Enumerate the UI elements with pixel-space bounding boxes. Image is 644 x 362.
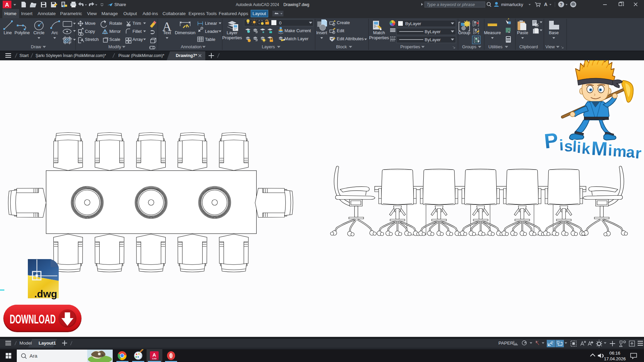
- svg-text:Arc: Arc: [51, 30, 58, 35]
- svg-text:Şarkı Söyleyen İnsan (PislikMi: Şarkı Söyleyen İnsan (PislikMimar.com)*: [36, 53, 106, 58]
- svg-text:A: A: [5, 2, 9, 8]
- svg-text:Trim: Trim: [132, 21, 141, 26]
- svg-text:Share: Share: [114, 2, 126, 7]
- svg-text:M: M: [591, 137, 608, 160]
- svg-text:P: P: [543, 128, 559, 153]
- svg-text:Mirror: Mirror: [109, 29, 121, 34]
- svg-text:Output: Output: [123, 11, 137, 16]
- svg-text:mimarlucky: mimarlucky: [501, 2, 523, 7]
- svg-text:Polyline: Polyline: [14, 30, 30, 35]
- svg-text:Collaborate: Collaborate: [162, 11, 185, 16]
- svg-text:Featured Apps: Featured Apps: [219, 11, 248, 16]
- svg-text:Pisuar (PislikMimar.com)*: Pisuar (PislikMimar.com)*: [118, 53, 164, 58]
- svg-text:ByLayer: ByLayer: [405, 21, 421, 26]
- svg-text:Properties: Properties: [369, 35, 389, 40]
- svg-text:Linear: Linear: [205, 21, 217, 26]
- svg-text:Drawing7*: Drawing7*: [176, 53, 198, 58]
- svg-text:Edit: Edit: [337, 28, 344, 33]
- svg-text:s: s: [564, 137, 573, 155]
- svg-text:Express Tools: Express Tools: [189, 11, 217, 16]
- svg-text:Text: Text: [163, 30, 171, 35]
- svg-text:Create: Create: [337, 20, 350, 25]
- svg-text:Manage: Manage: [102, 11, 118, 16]
- svg-text:Dimension: Dimension: [175, 30, 195, 35]
- svg-text:Match Layer: Match Layer: [284, 36, 309, 41]
- svg-text:Stretch: Stretch: [85, 37, 99, 42]
- svg-text:A: A: [153, 352, 156, 358]
- svg-text:i: i: [577, 139, 582, 156]
- svg-text:DOWNLOAD: DOWNLOAD: [10, 312, 56, 326]
- svg-text:Leader: Leader: [205, 29, 219, 34]
- svg-text:Drawing7.dwg: Drawing7.dwg: [283, 2, 309, 7]
- svg-text:i: i: [608, 141, 613, 159]
- svg-text:Model: Model: [19, 341, 32, 346]
- svg-text:Measure: Measure: [484, 30, 501, 35]
- svg-text:Scale: Scale: [109, 37, 120, 42]
- svg-text:r: r: [635, 144, 642, 162]
- svg-text:Parametric: Parametric: [60, 11, 82, 16]
- svg-text:06:16: 06:16: [609, 351, 621, 356]
- svg-text:m: m: [612, 142, 627, 160]
- svg-text:ByLayer: ByLayer: [425, 37, 441, 42]
- svg-text:View: View: [87, 11, 97, 16]
- svg-text:Rotate: Rotate: [109, 21, 122, 26]
- svg-text:Move: Move: [85, 21, 96, 26]
- svg-text:Annotate: Annotate: [38, 11, 56, 16]
- svg-text:Block: Block: [336, 44, 347, 49]
- svg-text:Modify: Modify: [108, 44, 121, 49]
- svg-text:Type a keyword or phrase: Type a keyword or phrase: [427, 2, 475, 7]
- svg-text:View: View: [545, 44, 555, 49]
- svg-text:Insert: Insert: [21, 11, 33, 16]
- svg-text:A: A: [544, 2, 547, 7]
- svg-text:Clipboard: Clipboard: [519, 44, 538, 49]
- svg-text:Table: Table: [205, 37, 215, 42]
- svg-text:Ara: Ara: [30, 353, 38, 359]
- svg-text:Utilities: Utilities: [488, 44, 502, 49]
- svg-text:Autodesk AutoCAD 2024: Autodesk AutoCAD 2024: [236, 2, 279, 7]
- svg-text:Insert: Insert: [316, 30, 327, 35]
- svg-text:Edit Attributes: Edit Attributes: [337, 36, 364, 41]
- svg-text:.dwg: .dwg: [34, 288, 57, 299]
- svg-text:Base: Base: [549, 30, 559, 35]
- svg-text:0: 0: [279, 20, 281, 25]
- svg-text:a: a: [626, 143, 635, 161]
- svg-text:Make Current: Make Current: [284, 28, 311, 33]
- svg-text:Line: Line: [4, 30, 12, 35]
- svg-text:Fillet: Fillet: [132, 29, 142, 34]
- svg-text:Layer: Layer: [227, 30, 238, 35]
- svg-text:Layout1: Layout1: [39, 341, 56, 346]
- svg-text:CAD: CAD: [152, 358, 157, 360]
- svg-text:Draw: Draw: [31, 44, 41, 49]
- svg-text:Start: Start: [19, 53, 29, 58]
- svg-text:ByLayer: ByLayer: [425, 29, 441, 34]
- svg-text:PAPER: PAPER: [498, 341, 514, 346]
- svg-text:Properties: Properties: [400, 44, 420, 49]
- svg-text:17.04.2026: 17.04.2026: [604, 356, 626, 361]
- svg-text:Layers: Layers: [262, 44, 275, 49]
- svg-text:Paste: Paste: [517, 30, 528, 35]
- svg-text:Add-ins: Add-ins: [143, 11, 158, 16]
- svg-text:Group: Group: [458, 30, 470, 35]
- svg-text:Copy: Copy: [85, 29, 95, 34]
- svg-text:?: ?: [560, 2, 562, 7]
- svg-text:Properties: Properties: [222, 35, 242, 40]
- svg-text:Annotation: Annotation: [181, 44, 202, 49]
- svg-text:k: k: [581, 139, 591, 158]
- svg-text:Layout: Layout: [253, 11, 266, 16]
- svg-text:Groups: Groups: [462, 44, 477, 49]
- svg-text:Circle: Circle: [33, 30, 44, 35]
- svg-text:Array: Array: [132, 37, 143, 42]
- svg-text:Home: Home: [4, 11, 16, 16]
- svg-text:i: i: [559, 136, 564, 154]
- svg-text:Match: Match: [373, 30, 385, 35]
